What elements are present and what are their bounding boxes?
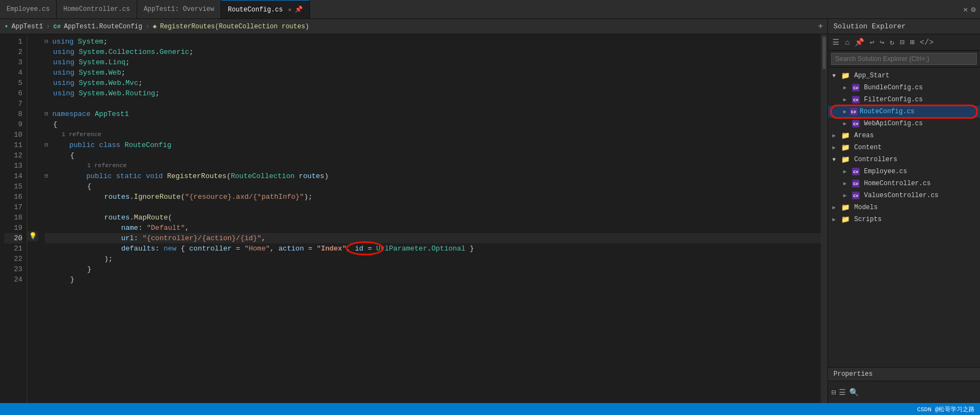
se-search-container [828, 51, 980, 68]
tree-label-content: Content [854, 144, 881, 151]
se-btn-code[interactable]: </> [919, 37, 935, 48]
tree-item-scripts[interactable]: ▶ 📁 Scripts [828, 213, 980, 225]
code-line-8: ⊟namespace AppTest1 [45, 109, 821, 119]
code-line-3: using System.Linq; [45, 57, 821, 68]
tree-item-appstart[interactable]: ▼ 📁 App_Start [828, 70, 980, 82]
prop-icon-1[interactable]: ⊟ [831, 388, 836, 397]
tree-item-controllers[interactable]: ▼ 📁 Controllers [828, 154, 980, 166]
code-editor[interactable]: 1 2 3 4 5 6 7 8 9 10 11 12 13 14 15 16 1… [0, 34, 827, 403]
ln-2: 2 [4, 47, 22, 57]
tab-close-icon[interactable]: ✕ [288, 7, 291, 13]
tree-item-filterconfig[interactable]: ▶ C# FilterConfig.cs [828, 94, 980, 106]
tree-label-areas: Areas [854, 132, 874, 139]
breadcrumb-project[interactable]: ▾ [4, 22, 8, 30]
code-content[interactable]: ⊟using System; using System.Collections.… [38, 34, 821, 403]
ln-3: 3 [4, 57, 22, 68]
ln-17: 17 [4, 202, 22, 212]
tree-item-content[interactable]: ▶ 📁 Content [828, 142, 980, 154]
se-btn-pin[interactable]: 📌 [854, 36, 865, 48]
gutter: 💡 [27, 34, 38, 403]
code-line-16: routes.IgnoreRoute("{resource}.axd/{*pat… [45, 192, 821, 202]
ln-19: 19 [4, 223, 22, 233]
gutter-1 [27, 34, 38, 45]
code-line-1: ⊟using System; [45, 36, 821, 47]
status-brand-label: CSDN @松哥学习之路 [917, 405, 975, 413]
tree-item-webapiconfig[interactable]: ▶ C# WebApiConfig.cs [828, 118, 980, 130]
gutter-7 [27, 96, 38, 107]
status-bar: CSDN @松哥学习之路 [0, 403, 980, 415]
se-btn-refresh[interactable]: ↻ [888, 36, 895, 48]
tree-label-filterconfig: FilterConfig.cs [864, 96, 923, 103]
breadcrumb-class-label[interactable]: AppTest1.RouteConfig [64, 23, 142, 30]
breadcrumb-add-icon[interactable]: + [818, 22, 823, 32]
gutter-4 [27, 65, 38, 76]
ln-11: 11 [4, 140, 22, 150]
collapse-1[interactable]: ⊟ [45, 36, 51, 47]
se-btn-1[interactable]: ☰ [831, 36, 841, 48]
tree-item-routeconfig[interactable]: ▶ C# RouteConfig.cs [828, 106, 980, 118]
lightbulb-icon[interactable]: 💡 [29, 232, 37, 240]
breadcrumb: ▾ AppTest1 › C# AppTest1.RouteConfig › ◈… [0, 19, 827, 34]
code-line-17 [45, 202, 821, 212]
code-line-11: ⊟ public class RouteConfig [45, 140, 821, 150]
se-search-input[interactable] [831, 53, 977, 65]
collapse-14[interactable]: ⊟ [45, 171, 51, 181]
se-btn-properties[interactable]: ⊞ [909, 36, 915, 48]
tab-homecontroller[interactable]: HomeController.cs [57, 0, 137, 19]
code-line-9: { [45, 119, 821, 130]
ln-14: 14 [4, 171, 22, 181]
folder-areas-icon: 📁 [841, 131, 850, 140]
gutter-20[interactable]: 💡 [27, 231, 38, 241]
code-line-20: url: "{controller}/{action}/{id}", [45, 233, 821, 243]
se-tree: ▼ 📁 App_Start ▶ C# BundleConfig.cs ▶ C# … [828, 68, 980, 367]
tree-item-models[interactable]: ▶ 📁 Models [828, 202, 980, 213]
collapse-8[interactable]: ⊟ [45, 109, 51, 119]
tree-item-valuescontroller[interactable]: ▶ C# ValuesController.cs [828, 190, 980, 202]
tab-routeconfig[interactable]: RouteConfig.cs ✕ 📌 [221, 0, 310, 19]
tab-pin-icon[interactable]: 📌 [295, 5, 303, 14]
ln-23: 23 [4, 264, 22, 274]
gutter-8 [27, 107, 38, 117]
tree-item-bundleconfig[interactable]: ▶ C# BundleConfig.cs [828, 82, 980, 94]
code-line-13: 1 reference [45, 161, 821, 171]
se-btn-home[interactable]: ⌂ [844, 37, 850, 48]
prop-toolbar: ⊟ ☰ 🔍 [828, 381, 980, 403]
gutter-15 [27, 179, 38, 190]
breadcrumb-class-icon: C# [53, 23, 60, 30]
arrow-routeconfig: ▶ [843, 108, 850, 115]
prop-icon-2[interactable]: ☰ [839, 388, 846, 397]
breadcrumb-right: + [818, 22, 823, 32]
se-btn-forward[interactable]: ↪ [879, 36, 885, 48]
tab-overview[interactable]: AppTest1: Overview [137, 0, 222, 19]
folder-controllers-icon: 📁 [841, 155, 850, 164]
tree-item-employee[interactable]: ▶ C# Employee.cs [828, 166, 980, 178]
code-line-15: { [45, 181, 821, 192]
editor-scrollbar[interactable] [821, 34, 827, 403]
tab-toolbar: ✕ ⚙ [959, 0, 980, 19]
cs-icon-homecontroller: C# [852, 180, 860, 187]
ln-21: 21 [4, 243, 22, 254]
collapse-11[interactable]: ⊟ [45, 140, 51, 150]
se-btn-back[interactable]: ↩ [868, 36, 875, 48]
tab-homecontroller-label: HomeController.cs [63, 5, 130, 13]
prop-icon-3[interactable]: 🔍 [849, 388, 859, 397]
ln-15: 15 [4, 181, 22, 192]
line-numbers: 1 2 3 4 5 6 7 8 9 10 11 12 13 14 15 16 1… [0, 34, 27, 403]
arrow-valuescontroller: ▶ [843, 192, 850, 199]
tree-item-homecontroller[interactable]: ▶ C# HomeController.cs [828, 178, 980, 190]
arrow-controllers: ▼ [832, 157, 839, 163]
gutter-24 [27, 272, 38, 283]
ln-7: 7 [4, 99, 22, 109]
code-line-23: } [45, 264, 821, 274]
tree-label-routeconfig: RouteConfig.cs [860, 108, 915, 115]
tree-label-webapiconfig: WebApiConfig.cs [864, 120, 923, 127]
breadcrumb-method-label[interactable]: RegisterRoutes(RouteCollection routes) [160, 23, 309, 30]
se-btn-collapse[interactable]: ⊟ [899, 36, 905, 48]
code-line-21: defaults: new { controller = "Home", act… [45, 243, 821, 254]
gutter-9 [27, 117, 38, 127]
se-toolbar: ☰ ⌂ 📌 ↩ ↪ ↻ ⊟ ⊞ </> [828, 34, 980, 51]
close-all-icon[interactable]: ✕ [963, 5, 967, 14]
tab-employee[interactable]: Employee.cs [0, 0, 57, 19]
tree-item-areas[interactable]: ▶ 📁 Areas [828, 130, 980, 142]
settings-icon[interactable]: ⚙ [971, 5, 976, 14]
